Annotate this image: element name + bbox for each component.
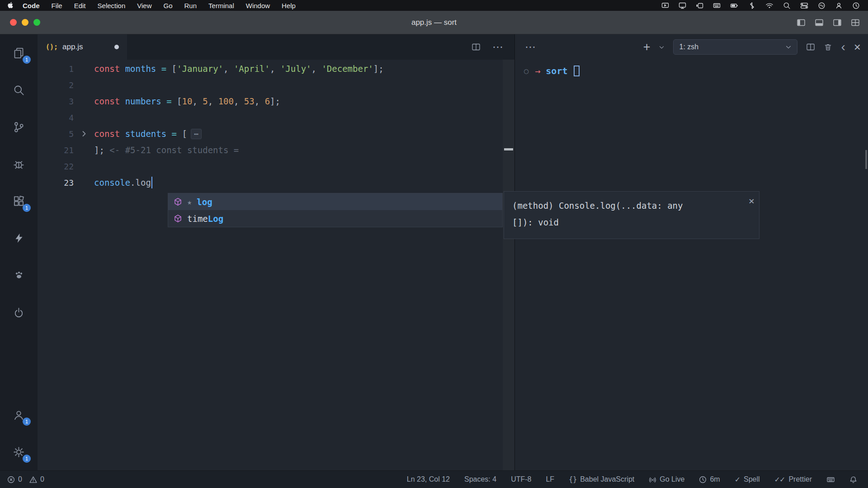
suggestion-label: timeLog [187, 214, 223, 224]
text-cursor [151, 177, 152, 188]
indentation-status[interactable]: Spaces: 4 [464, 475, 496, 483]
window-stack-icon[interactable] [696, 2, 703, 9]
prettier-status[interactable]: ✓ ✓ Prettier [774, 475, 812, 484]
close-doc-icon[interactable]: × [749, 192, 755, 209]
sidebar-item-search[interactable] [0, 71, 38, 108]
new-terminal-icon[interactable]: + [643, 41, 651, 53]
close-window-button[interactable] [10, 19, 17, 26]
language-mode-status[interactable]: {} Babel JavaScript [569, 475, 634, 483]
menu-view[interactable]: View [137, 2, 151, 9]
sidebar-item-paw[interactable] [0, 257, 38, 294]
code-line: 23 console.log [38, 174, 514, 191]
customize-layout-icon[interactable] [851, 18, 860, 27]
display-icon[interactable] [679, 2, 686, 9]
modified-dot-icon[interactable] [114, 45, 119, 49]
terminal-prompt-line: ○ → sort [524, 64, 868, 78]
line-number: 1 [38, 64, 74, 74]
sidebar-item-manage[interactable]: 1 [0, 433, 38, 470]
line-number: 5 [38, 129, 74, 139]
spell-status[interactable]: ✓ Spell [735, 475, 760, 484]
suggestion-log[interactable]: ★ log [168, 193, 502, 210]
menu-terminal[interactable]: Terminal [208, 2, 234, 9]
minimize-window-button[interactable] [22, 19, 28, 26]
sidebar-item-lightning[interactable] [0, 220, 38, 257]
explorer-badge: 1 [23, 56, 31, 64]
apple-logo-icon[interactable] [7, 2, 14, 9]
screen-mirroring-icon[interactable] [661, 2, 669, 9]
close-panel-icon[interactable]: × [854, 41, 861, 53]
broadcast-icon [649, 476, 656, 483]
toggle-sidebar-icon[interactable] [797, 18, 806, 27]
intellisense-suggest-widget: ★ log timeLog [168, 193, 503, 227]
terminal-output[interactable]: ○ → sort [515, 60, 868, 470]
terminal-command: sort [546, 66, 567, 76]
timer-status[interactable]: 6m [699, 475, 720, 483]
sidebar-item-source-control[interactable] [0, 108, 38, 145]
menu-window[interactable]: Window [246, 2, 270, 9]
sidebar-item-extensions[interactable]: 1 [0, 183, 38, 220]
new-terminal-dropdown-icon[interactable] [659, 44, 665, 50]
editor-actions: ⋯ [472, 34, 514, 60]
suggestion-timelog[interactable]: timeLog [168, 210, 502, 227]
notifications-status[interactable] [849, 476, 857, 483]
code-editor[interactable]: 1 const months = ['January', 'April', 'J… [38, 60, 514, 470]
sidebar-item-power[interactable] [0, 294, 38, 331]
more-actions-icon[interactable]: ⋯ [492, 42, 504, 52]
encoding-status[interactable]: UTF-8 [511, 475, 531, 483]
clock-icon[interactable] [852, 2, 860, 9]
warnings-status[interactable]: 0 [29, 475, 44, 483]
terminal-session-select[interactable]: 1: zsh [673, 39, 797, 55]
toggle-panel-icon[interactable] [815, 18, 824, 27]
layout-controls [797, 11, 860, 34]
warning-triangle-icon [29, 476, 37, 483]
menu-selection[interactable]: Selection [98, 2, 126, 9]
chevron-left-icon[interactable]: ‹ [841, 41, 845, 53]
errors-status[interactable]: 0 [7, 475, 22, 483]
sidebar-item-run-debug[interactable] [0, 145, 38, 183]
prompt-circle-icon: ○ [524, 66, 528, 75]
menu-file[interactable]: File [52, 2, 62, 9]
editor-group: (); app.js ⋯ 1 const months = ['January'… [38, 34, 515, 470]
menu-go[interactable]: Go [164, 2, 173, 9]
suggestion-doc-popup: (method) Console.log(...data: any []): v… [504, 191, 760, 239]
chevron-down-icon [785, 44, 792, 50]
folded-code-ellipsis[interactable]: ⋯ [191, 129, 202, 139]
tab-app-js[interactable]: (); app.js [38, 34, 127, 60]
sidebar-item-explorer[interactable]: 1 [0, 34, 38, 71]
sidebar-item-accounts[interactable]: 1 [0, 396, 38, 433]
bluetooth-icon[interactable] [748, 2, 756, 9]
keyboard-layout-status[interactable] [826, 476, 835, 483]
terminal-panel: ⋯ + 1: zsh ‹ × ○ → sort [515, 34, 868, 470]
wifi-icon[interactable] [765, 2, 774, 9]
terminal-scrollbar[interactable] [865, 150, 867, 169]
control-center-icon[interactable] [800, 2, 808, 9]
error-circle-icon [7, 476, 15, 483]
go-live-status[interactable]: Go Live [649, 475, 684, 483]
user-switch-icon[interactable] [835, 2, 843, 9]
cursor-position-status[interactable]: Ln 23, Col 12 [407, 475, 450, 483]
eol-status[interactable]: LF [546, 475, 554, 483]
line-number: 2 [38, 80, 74, 90]
split-editor-icon[interactable] [472, 42, 481, 52]
keyboard-icon [826, 476, 835, 483]
fold-chevron-right-icon[interactable] [80, 130, 88, 137]
siri-icon[interactable] [818, 2, 826, 9]
menu-code[interactable]: Code [23, 2, 40, 9]
toggle-secondary-sidebar-icon[interactable] [833, 18, 842, 27]
keyboard-icon[interactable] [713, 2, 721, 9]
status-bar: 0 0 Ln 23, Col 12 Spaces: 4 UTF-8 LF {} … [0, 470, 868, 488]
star-icon: ★ [187, 197, 192, 206]
spotlight-search-icon[interactable] [783, 2, 791, 9]
menu-edit[interactable]: Edit [74, 2, 86, 9]
menu-help[interactable]: Help [282, 2, 296, 9]
zoom-window-button[interactable] [33, 19, 40, 26]
split-terminal-icon[interactable] [806, 42, 815, 52]
panel-more-actions-icon[interactable]: ⋯ [525, 42, 536, 52]
code-line: 4 [38, 109, 514, 126]
terminal-cursor [574, 66, 580, 76]
editor-scrollbar[interactable] [503, 60, 514, 470]
menu-run[interactable]: Run [184, 2, 197, 9]
prompt-arrow-icon: → [535, 66, 540, 76]
battery-icon[interactable] [730, 2, 739, 9]
kill-terminal-trash-icon[interactable] [824, 43, 832, 52]
